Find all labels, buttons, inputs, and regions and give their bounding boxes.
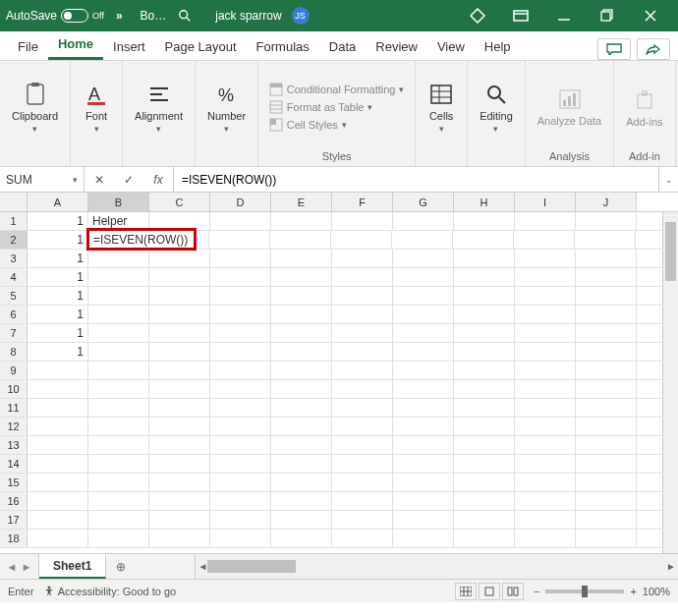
cell[interactable] [393, 399, 454, 417]
cell[interactable]: 1 [28, 231, 88, 249]
expand-formula-bar-button[interactable]: ⌄ [658, 167, 678, 192]
row-header[interactable]: 10 [0, 380, 28, 398]
cell[interactable] [393, 306, 454, 323]
cell[interactable] [576, 343, 637, 361]
cell[interactable]: 1 [28, 212, 88, 230]
cell[interactable] [393, 418, 454, 435]
cell[interactable] [332, 324, 393, 342]
cell[interactable] [88, 492, 149, 510]
scrollbar-thumb[interactable] [665, 222, 676, 281]
tab-file[interactable]: File [8, 33, 48, 60]
cell[interactable] [149, 362, 210, 379]
row-header[interactable]: 15 [0, 474, 28, 491]
cell[interactable] [28, 455, 88, 473]
analyze-data-button[interactable]: Analyze Data [534, 84, 605, 129]
row-header[interactable]: 18 [0, 530, 28, 547]
font-button[interactable]: A Font ▾ [79, 79, 114, 136]
cell[interactable] [393, 324, 454, 342]
cell[interactable] [88, 343, 149, 361]
cell[interactable] [393, 362, 454, 379]
tab-data[interactable]: Data [319, 33, 366, 60]
alignment-button[interactable]: Alignment ▾ [131, 79, 187, 136]
cell[interactable] [454, 418, 515, 435]
cell[interactable] [332, 492, 393, 510]
col-header-b[interactable]: B [88, 193, 149, 211]
cell[interactable] [454, 306, 515, 323]
select-all-button[interactable] [0, 193, 28, 211]
cell[interactable] [454, 455, 515, 473]
row-header[interactable]: 7 [0, 324, 28, 342]
cancel-formula-button[interactable]: ✕ [85, 173, 114, 187]
cell[interactable] [88, 287, 149, 305]
cell[interactable] [28, 474, 88, 491]
cell[interactable] [149, 287, 210, 305]
cell[interactable] [196, 231, 209, 249]
cell[interactable] [271, 455, 332, 473]
view-page-break-button[interactable] [502, 583, 524, 600]
cell[interactable] [210, 380, 271, 398]
cell[interactable] [393, 511, 454, 529]
sheet-nav-buttons[interactable]: ◄ ► [0, 554, 39, 579]
row-header[interactable]: 3 [0, 250, 28, 267]
qat-overflow-icon[interactable]: » [116, 9, 123, 23]
cell[interactable] [454, 436, 515, 454]
cell[interactable] [28, 399, 88, 417]
cell[interactable] [576, 530, 637, 547]
row-header[interactable]: 17 [0, 511, 28, 529]
row-header[interactable]: 6 [0, 306, 28, 323]
cell[interactable] [576, 212, 637, 230]
cell[interactable] [149, 455, 210, 473]
cell[interactable] [88, 250, 149, 267]
cell[interactable] [271, 250, 332, 267]
cell[interactable] [454, 287, 515, 305]
col-header-e[interactable]: E [271, 193, 332, 211]
share-button[interactable] [637, 38, 670, 60]
cell[interactable] [210, 362, 271, 379]
cell[interactable] [88, 436, 149, 454]
cell[interactable] [332, 362, 393, 379]
cell[interactable] [576, 399, 637, 417]
cell[interactable] [515, 380, 576, 398]
cell[interactable] [271, 212, 332, 230]
cell[interactable] [271, 324, 332, 342]
cell[interactable] [88, 399, 149, 417]
vertical-scrollbar[interactable] [662, 212, 678, 553]
cell[interactable] [332, 287, 393, 305]
cell[interactable] [515, 362, 576, 379]
cell[interactable] [332, 474, 393, 491]
close-button[interactable] [629, 0, 672, 31]
cell[interactable] [393, 492, 454, 510]
cell[interactable] [332, 306, 393, 323]
cell[interactable] [515, 306, 576, 323]
cell[interactable] [271, 343, 332, 361]
row-header[interactable]: 4 [0, 268, 28, 286]
cell[interactable]: 1 [28, 268, 88, 286]
col-header-j[interactable]: J [576, 193, 637, 211]
cell[interactable] [149, 511, 210, 529]
row-header[interactable]: 2 [0, 231, 28, 249]
cell[interactable] [515, 492, 576, 510]
cell[interactable] [576, 418, 637, 435]
cell[interactable] [88, 306, 149, 323]
cell-editing[interactable]: =ISEVEN(ROW()) [87, 229, 196, 250]
horizontal-scrollbar[interactable]: ◄ ► [195, 554, 678, 579]
cell[interactable] [210, 455, 271, 473]
cell[interactable] [393, 287, 454, 305]
cell[interactable] [88, 362, 149, 379]
tab-home[interactable]: Home [48, 30, 103, 60]
cell[interactable] [393, 212, 454, 230]
cell[interactable] [515, 212, 576, 230]
clipboard-button[interactable]: Clipboard ▾ [8, 79, 62, 136]
cell[interactable] [149, 268, 210, 286]
tab-help[interactable]: Help [475, 33, 521, 60]
cell[interactable] [332, 268, 393, 286]
cell[interactable] [454, 250, 515, 267]
cell[interactable] [149, 380, 210, 398]
cell[interactable] [454, 492, 515, 510]
cell[interactable] [149, 474, 210, 491]
cell[interactable] [515, 268, 576, 286]
col-header-a[interactable]: A [28, 193, 88, 211]
cell[interactable] [515, 455, 576, 473]
cell[interactable] [332, 436, 393, 454]
cell[interactable] [88, 268, 149, 286]
